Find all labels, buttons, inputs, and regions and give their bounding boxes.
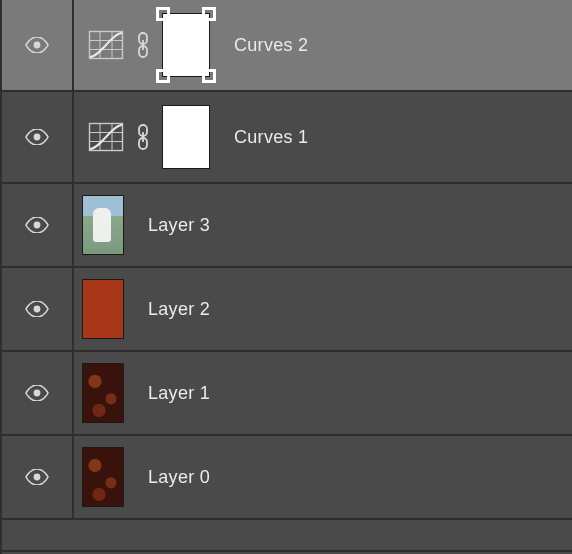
layer-thumbnail[interactable] xyxy=(82,195,124,255)
layer-row[interactable]: Curves 1 xyxy=(2,92,572,184)
link-icon xyxy=(134,32,152,58)
layer-name[interactable]: Layer 1 xyxy=(148,383,210,404)
layer-name[interactable]: Curves 1 xyxy=(234,127,308,148)
layer-row[interactable]: Layer 3 xyxy=(2,184,572,268)
eye-icon xyxy=(25,469,49,485)
layer-thumbnail[interactable] xyxy=(82,363,124,423)
layer-name[interactable]: Layer 2 xyxy=(148,299,210,320)
layer-row[interactable]: Layer 0 xyxy=(2,436,572,520)
eye-icon xyxy=(25,385,49,401)
visibility-toggle[interactable] xyxy=(2,184,74,266)
layer-thumbnail[interactable] xyxy=(82,447,124,507)
svg-point-20 xyxy=(34,390,41,397)
layer-content: Curves 1 xyxy=(74,92,308,182)
layer-row[interactable]: Layer 1 xyxy=(2,352,572,436)
curves-adjustment-icon xyxy=(88,122,124,152)
layer-row[interactable]: Layer 2 xyxy=(2,268,572,352)
link-icon xyxy=(134,124,152,150)
svg-point-18 xyxy=(34,222,41,229)
layer-name[interactable]: Layer 0 xyxy=(148,467,210,488)
panel-footer xyxy=(2,520,572,552)
eye-icon xyxy=(25,37,49,53)
eye-icon xyxy=(25,217,49,233)
eye-icon xyxy=(25,129,49,145)
layer-content: Curves 2 xyxy=(74,0,308,90)
layer-row[interactable]: Curves 2 xyxy=(2,0,572,92)
visibility-toggle[interactable] xyxy=(2,0,74,90)
layer-content: Layer 0 xyxy=(74,436,210,518)
svg-point-9 xyxy=(34,134,41,141)
visibility-toggle[interactable] xyxy=(2,352,74,434)
layer-mask-thumbnail[interactable] xyxy=(162,105,210,169)
layer-name[interactable]: Curves 2 xyxy=(234,35,308,56)
layer-name[interactable]: Layer 3 xyxy=(148,215,210,236)
svg-point-21 xyxy=(34,474,41,481)
visibility-toggle[interactable] xyxy=(2,268,74,350)
layer-content: Layer 3 xyxy=(74,184,210,266)
layers-panel: Curves 2 xyxy=(0,0,572,554)
svg-point-19 xyxy=(34,306,41,313)
layer-content: Layer 1 xyxy=(74,352,210,434)
visibility-toggle[interactable] xyxy=(2,92,74,182)
curves-adjustment-icon xyxy=(88,30,124,60)
layer-thumbnail[interactable] xyxy=(82,279,124,339)
layer-mask-thumbnail[interactable] xyxy=(162,13,210,77)
svg-point-0 xyxy=(34,42,41,49)
eye-icon xyxy=(25,301,49,317)
visibility-toggle[interactable] xyxy=(2,436,74,518)
layer-content: Layer 2 xyxy=(74,268,210,350)
